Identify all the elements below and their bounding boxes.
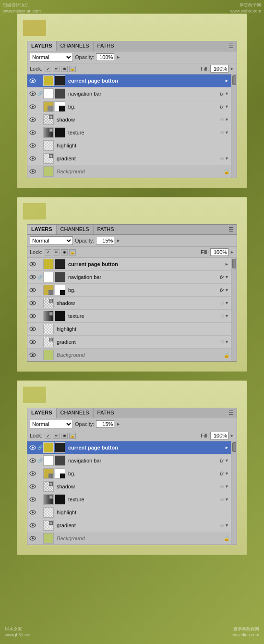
layer-row-1-2[interactable]: 🔗 navigation bar fx ▼: [27, 87, 231, 100]
eye-icon-3-3[interactable]: [29, 470, 36, 477]
layer-row-1-8[interactable]: Background 🔒: [27, 165, 231, 178]
layer-arrow-1-2[interactable]: ▼: [225, 91, 229, 96]
layer-row-2-5[interactable]: G texture ☉ ▼: [27, 310, 231, 323]
eye-icon-1-1[interactable]: [29, 77, 36, 85]
layer-arrow-1-7[interactable]: ▼: [225, 156, 229, 161]
scrollbar-1[interactable]: [231, 74, 237, 178]
opacity-arrow-2[interactable]: ►: [116, 238, 120, 243]
layer-row-3-3[interactable]: bg. fx ▼: [27, 467, 231, 480]
lock-btn-pen-2[interactable]: ✏: [53, 249, 60, 255]
layer-row-2-8[interactable]: Background 🔒: [27, 349, 231, 361]
eye-icon-3-4[interactable]: [29, 483, 36, 490]
eye-icon-3-2[interactable]: [29, 457, 36, 464]
eye-icon-2-4[interactable]: [29, 299, 36, 307]
layer-arrow-2-5[interactable]: ▼: [225, 314, 229, 318]
lock-btn-pen-3[interactable]: ✏: [53, 433, 60, 439]
layer-row-3-8[interactable]: Background 🔒: [27, 532, 231, 545]
layer-arrow-2-4[interactable]: ▼: [225, 301, 229, 305]
tab-channels-2[interactable]: CHANNELS: [57, 225, 94, 234]
fill-arrow-1[interactable]: ►: [230, 66, 234, 71]
scrollbar-2[interactable]: [231, 258, 237, 361]
lock-btn-pen-1[interactable]: ✏: [53, 66, 60, 72]
fill-input-2[interactable]: [210, 248, 228, 256]
eye-icon-1-5[interactable]: [29, 129, 36, 136]
scrollbar-3[interactable]: [231, 441, 237, 545]
layer-row-3-4[interactable]: G shadow ☉ ▼: [27, 480, 231, 493]
blend-mode-select-3[interactable]: Normal: [30, 420, 73, 428]
eye-icon-3-5[interactable]: [29, 496, 36, 503]
opacity-arrow-3[interactable]: ►: [116, 422, 120, 426]
layer-arrow-2-2[interactable]: ▼: [225, 275, 229, 279]
lock-btn-lock-2[interactable]: 🔒: [69, 249, 76, 255]
eye-icon-2-2[interactable]: [29, 273, 36, 281]
lock-btn-check-2[interactable]: ✓: [45, 249, 51, 255]
layer-arrow-1-5[interactable]: ▼: [225, 130, 229, 135]
layer-row-1-4[interactable]: G shadow ☉ ▼: [27, 113, 231, 126]
opacity-arrow-1[interactable]: ►: [116, 55, 120, 60]
layer-arrow-3-2[interactable]: ▼: [225, 458, 229, 463]
layer-arrow-3-5[interactable]: ▼: [225, 497, 229, 502]
layer-arrow-3-7[interactable]: ▼: [225, 523, 229, 528]
layer-row-2-7[interactable]: G gradient ☉ ▼: [27, 336, 231, 349]
layer-arrow-3-3[interactable]: ▼: [225, 471, 229, 476]
layer-row-1-6[interactable]: highlight: [27, 139, 231, 152]
blend-mode-select-1[interactable]: Normal: [30, 53, 73, 61]
eye-icon-1-4[interactable]: [29, 116, 36, 123]
lock-btn-check-1[interactable]: ✓: [45, 66, 51, 72]
fill-input-3[interactable]: [210, 432, 228, 439]
layer-row-1-3[interactable]: bg. fx ▼: [27, 100, 231, 113]
eye-icon-2-1[interactable]: [29, 260, 36, 268]
lock-btn-move-3[interactable]: ⊕: [61, 433, 68, 439]
tab-paths-3[interactable]: PATHS: [94, 408, 118, 418]
layer-row-2-4[interactable]: G shadow ☉ ▼: [27, 297, 231, 310]
lock-btn-lock-3[interactable]: 🔒: [69, 433, 76, 439]
tab-channels-1[interactable]: CHANNELS: [57, 41, 94, 51]
eye-icon-1-6[interactable]: [29, 142, 36, 149]
eye-icon-3-1[interactable]: [29, 444, 36, 451]
layer-row-2-6[interactable]: highlight: [27, 323, 231, 336]
layer-row-3-2[interactable]: 🔗 navigation bar fx ▼: [27, 454, 231, 467]
panel-menu-icon-2[interactable]: ☰: [226, 225, 237, 234]
layer-arrow-1-1[interactable]: ►: [225, 78, 229, 83]
eye-icon-2-8[interactable]: [29, 351, 36, 359]
opacity-input-2[interactable]: [96, 237, 114, 244]
eye-icon-3-7[interactable]: [29, 522, 36, 529]
layer-row-3-5[interactable]: G texture ☉ ▼: [27, 493, 231, 506]
layer-arrow-1-4[interactable]: ▼: [225, 117, 229, 122]
layer-row-1-1[interactable]: current page button ►: [27, 74, 231, 87]
layer-arrow-3-1[interactable]: ►: [225, 445, 229, 450]
opacity-input-1[interactable]: [96, 53, 114, 61]
layer-arrow-1-3[interactable]: ▼: [225, 104, 229, 109]
layer-row-2-2[interactable]: 🔗 navigation bar fx ▼: [27, 271, 231, 284]
layer-arrow-2-7[interactable]: ▼: [225, 340, 229, 344]
tab-paths-1[interactable]: PATHS: [94, 41, 118, 51]
eye-icon-2-7[interactable]: [29, 338, 36, 346]
eye-icon-1-2[interactable]: [29, 90, 36, 97]
eye-icon-1-7[interactable]: [29, 155, 36, 162]
tab-channels-3[interactable]: CHANNELS: [57, 408, 94, 418]
opacity-input-3[interactable]: [96, 420, 114, 428]
fill-arrow-3[interactable]: ►: [230, 433, 234, 438]
lock-btn-move-2[interactable]: ⊕: [61, 249, 68, 255]
tab-layers-3[interactable]: LAYERS: [27, 408, 57, 418]
blend-mode-select-2[interactable]: Normal: [30, 236, 73, 245]
lock-btn-move-1[interactable]: ⊕: [61, 66, 68, 72]
lock-btn-lock-1[interactable]: 🔒: [69, 66, 76, 72]
layer-row-3-1[interactable]: 🔗 current page button ►: [27, 441, 231, 454]
layer-arrow-3-4[interactable]: ▼: [225, 484, 229, 489]
layer-arrow-2-1[interactable]: ►: [225, 262, 229, 267]
eye-icon-2-3[interactable]: [29, 286, 36, 294]
eye-icon-3-6[interactable]: [29, 509, 36, 516]
fill-arrow-2[interactable]: ►: [230, 250, 234, 255]
eye-icon-3-8[interactable]: [29, 535, 36, 542]
tab-layers-2[interactable]: LAYERS: [27, 225, 57, 234]
panel-menu-icon-1[interactable]: ☰: [226, 41, 237, 51]
layer-row-2-1[interactable]: current page button ►: [27, 258, 231, 271]
layer-row-1-7[interactable]: G gradient ☉ ▼: [27, 152, 231, 165]
eye-icon-1-3[interactable]: [29, 103, 36, 110]
layer-row-1-5[interactable]: G texture ☉ ▼: [27, 126, 231, 139]
lock-btn-check-3[interactable]: ✓: [45, 433, 51, 439]
panel-menu-icon-3[interactable]: ☰: [226, 408, 237, 418]
layer-row-3-7[interactable]: G gradient ☉ ▼: [27, 519, 231, 532]
tab-layers-1[interactable]: LAYERS: [27, 41, 57, 51]
